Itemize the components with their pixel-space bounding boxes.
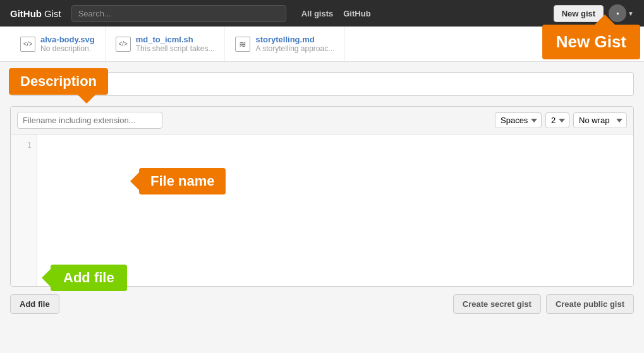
file-icon: </> (116, 37, 131, 52)
gist-desc: A storytelling approac... (255, 44, 334, 53)
search-container (71, 5, 286, 22)
create-public-gist-button[interactable]: Create public gist (546, 294, 634, 314)
all-gists-link[interactable]: All gists (301, 9, 334, 18)
editor-controls: Spaces Tabs 2 4 8 No wrap Soft wrap (495, 112, 627, 128)
spaces-select[interactable]: Spaces Tabs (495, 112, 542, 128)
gist-name: storytelling.md (255, 35, 334, 44)
brand-gist: Gist (44, 8, 61, 19)
list-item[interactable]: </> alva-body.svg No description. (10, 27, 106, 61)
gist-info: alva-body.svg No description. (40, 35, 95, 53)
list-item[interactable]: </> md_to_icml.sh This shell script take… (106, 27, 226, 61)
gist-name: alva-body.svg (40, 35, 95, 44)
footer-actions: Add file Create secret gist Create publi… (10, 294, 634, 314)
brand-github: GitHub (10, 8, 42, 19)
filename-input[interactable] (17, 112, 162, 129)
file-icon: ≋ (235, 37, 250, 52)
gist-desc: This shell script takes... (136, 44, 215, 53)
gist-name: md_to_icml.sh (136, 35, 215, 44)
brand: GitHub Gist (10, 8, 61, 19)
recent-gists-bar: </> alva-body.svg No description. </> md… (0, 27, 644, 62)
user-menu[interactable]: ▪ ▼ (609, 4, 634, 22)
indent-select[interactable]: 2 4 8 (545, 112, 569, 128)
code-input[interactable] (37, 135, 633, 286)
file-editor: Spaces Tabs 2 4 8 No wrap Soft wrap (10, 106, 634, 287)
gist-desc: No description. (40, 44, 95, 53)
line-number: 1 (11, 140, 37, 151)
new-gist-button[interactable]: New gist (554, 5, 604, 22)
nav-links: All gists GitHub (301, 9, 371, 18)
caret-icon: ▼ (628, 10, 634, 17)
avatar: ▪ (609, 4, 626, 22)
file-editor-header: Spaces Tabs 2 4 8 No wrap Soft wrap (11, 107, 633, 135)
code-area: 1 (11, 135, 633, 286)
file-icon: </> (20, 37, 35, 52)
page-content: Description Spaces Tabs 2 4 8 (0, 62, 644, 324)
line-numbers: 1 (11, 135, 37, 286)
add-file-button[interactable]: Add file (10, 294, 59, 314)
gist-info: md_to_icml.sh This shell script takes... (136, 35, 215, 53)
wrap-select[interactable]: No wrap Soft wrap (573, 112, 627, 128)
footer-right: Create secret gist Create public gist (453, 294, 634, 314)
search-input[interactable] (71, 5, 286, 22)
github-link[interactable]: GitHub (343, 9, 370, 18)
list-item[interactable]: ≋ storytelling.md A storytelling approac… (225, 27, 345, 61)
navbar-right: New gist ▪ ▼ (554, 4, 634, 22)
create-secret-gist-button[interactable]: Create secret gist (453, 294, 541, 314)
description-input[interactable] (10, 72, 634, 96)
navbar: GitHub Gist All gists GitHub New gist ▪ … (0, 0, 644, 27)
gist-info: storytelling.md A storytelling approac..… (255, 35, 334, 53)
